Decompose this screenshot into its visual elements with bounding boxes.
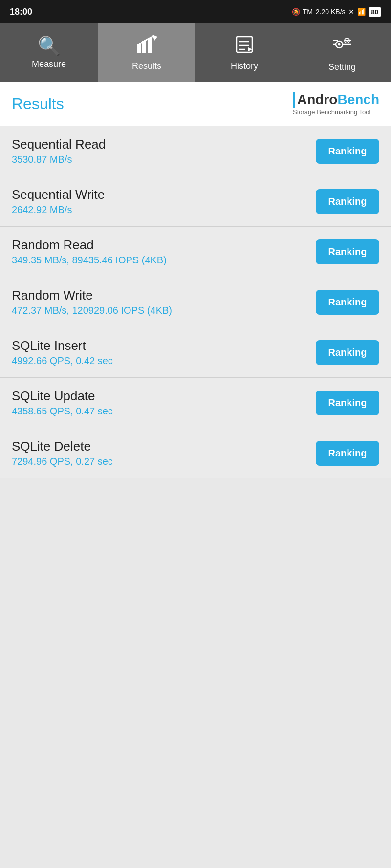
result-name: Random Read <box>12 238 167 253</box>
ranking-button[interactable]: Ranking <box>316 189 379 214</box>
result-info: Random Write 472.37 MB/s, 120929.06 IOPS… <box>12 288 172 316</box>
wifi-icon: 📶 <box>357 8 366 16</box>
close-icon: ✕ <box>348 8 354 16</box>
result-info: Random Read 349.35 MB/s, 89435.46 IOPS (… <box>12 238 167 266</box>
battery-indicator: 80 <box>369 7 381 17</box>
mute-icon: 🔕 <box>292 8 300 16</box>
result-info: SQLite Update 4358.65 QPS, 0.47 sec <box>12 389 113 417</box>
result-info: SQLite Delete 7294.96 QPS, 0.27 sec <box>12 439 113 467</box>
result-value: 4358.65 QPS, 0.47 sec <box>12 406 113 417</box>
measure-icon: 🔍 <box>38 37 61 55</box>
history-icon <box>235 35 254 57</box>
results-icon <box>136 35 157 57</box>
result-value: 349.35 MB/s, 89435.46 IOPS (4KB) <box>12 255 167 266</box>
status-right: 🔕 TM 2.20 KB/s ✕ 📶 80 <box>292 7 381 17</box>
results-header: Results AndroBench Storage Benchmarking … <box>0 82 391 126</box>
result-row: SQLite Insert 4992.66 QPS, 0.42 sec Rank… <box>0 327 391 378</box>
result-value: 7294.96 QPS, 0.27 sec <box>12 456 113 467</box>
tab-measure[interactable]: 🔍 Measure <box>0 23 98 82</box>
status-bar: 18:00 🔕 TM 2.20 KB/s ✕ 📶 80 <box>0 0 391 23</box>
result-row: Sequential Read 3530.87 MB/s Ranking <box>0 126 391 176</box>
brand-bar-icon <box>293 92 295 108</box>
status-time: 18:00 <box>10 7 32 17</box>
result-info: SQLite Insert 4992.66 QPS, 0.42 sec <box>12 338 113 367</box>
setting-icon <box>331 34 353 58</box>
speed-indicator: 2.20 KB/s <box>316 8 346 16</box>
brand-name: AndroBench <box>293 92 379 108</box>
brand-subtitle: Storage Benchmarking Tool <box>293 108 370 116</box>
ranking-button[interactable]: Ranking <box>316 239 379 264</box>
result-name: SQLite Insert <box>12 338 113 353</box>
network-icon: TM <box>303 8 313 16</box>
result-value: 2642.92 MB/s <box>12 204 105 216</box>
result-row: SQLite Update 4358.65 QPS, 0.47 sec Rank… <box>0 378 391 428</box>
tab-history-label: History <box>231 61 258 71</box>
svg-marker-3 <box>152 35 157 41</box>
ranking-button[interactable]: Ranking <box>316 391 379 415</box>
result-info: Sequential Write 2642.92 MB/s <box>12 187 105 216</box>
result-name: Random Write <box>12 288 172 303</box>
result-name: Sequential Write <box>12 187 105 202</box>
bottom-area <box>0 478 391 674</box>
result-name: SQLite Delete <box>12 439 113 454</box>
result-row: Sequential Write 2642.92 MB/s Ranking <box>0 176 391 227</box>
tab-history[interactable]: History <box>196 23 293 82</box>
page-title: Results <box>12 95 64 113</box>
ranking-button[interactable]: Ranking <box>316 139 379 164</box>
result-value: 4992.66 QPS, 0.42 sec <box>12 355 113 367</box>
tab-setting-label: Setting <box>328 62 356 72</box>
svg-point-10 <box>338 43 341 45</box>
result-value: 472.37 MB/s, 120929.06 IOPS (4KB) <box>12 305 172 316</box>
result-value: 3530.87 MB/s <box>12 154 106 165</box>
tab-results-label: Results <box>132 61 161 71</box>
brand-logo: AndroBench Storage Benchmarking Tool <box>293 92 379 116</box>
tab-results[interactable]: Results <box>98 23 196 82</box>
tab-setting[interactable]: Setting <box>293 23 391 82</box>
svg-rect-2 <box>148 38 152 53</box>
ranking-button[interactable]: Ranking <box>316 441 379 466</box>
result-info: Sequential Read 3530.87 MB/s <box>12 137 106 165</box>
ranking-button[interactable]: Ranking <box>316 290 379 315</box>
result-row: Random Read 349.35 MB/s, 89435.46 IOPS (… <box>0 227 391 277</box>
result-row: Random Write 472.37 MB/s, 120929.06 IOPS… <box>0 277 391 327</box>
tab-measure-label: Measure <box>32 59 66 69</box>
nav-tabs: 🔍 Measure Results History <box>0 23 391 82</box>
result-row: SQLite Delete 7294.96 QPS, 0.27 sec Rank… <box>0 428 391 478</box>
result-name: Sequential Read <box>12 137 106 152</box>
result-name: SQLite Update <box>12 389 113 404</box>
svg-rect-0 <box>137 44 141 53</box>
results-list: Sequential Read 3530.87 MB/s Ranking Seq… <box>0 126 391 478</box>
ranking-button[interactable]: Ranking <box>316 340 379 365</box>
